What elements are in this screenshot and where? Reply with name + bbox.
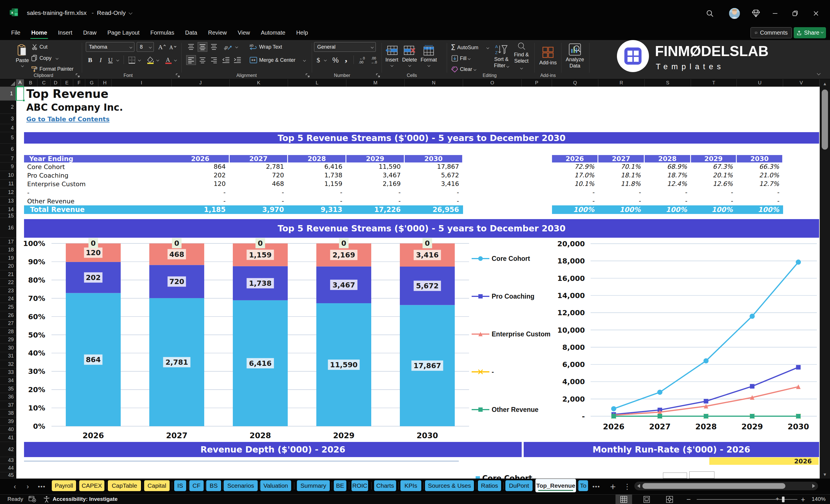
ribbon-tab-insert[interactable]: Insert (53, 25, 78, 40)
cut-button[interactable]: Cut (31, 44, 47, 50)
bold-button[interactable]: B (86, 56, 94, 65)
paste-button[interactable]: Paste (14, 42, 31, 69)
row-header-16[interactable]: 16 (0, 218, 16, 238)
ribbon-tab-draw[interactable]: Draw (78, 25, 102, 40)
row-header-21[interactable]: 21 (0, 270, 16, 279)
search-icon[interactable] (706, 9, 714, 18)
sheet-tab-charts[interactable]: Charts (374, 480, 396, 491)
row-header-18[interactable]: 18 (0, 246, 16, 254)
orientation-button[interactable]: ab (223, 42, 234, 52)
zoom-level[interactable]: 140% (812, 496, 826, 502)
underline-button[interactable]: U (107, 56, 114, 65)
column-header-B[interactable]: B (24, 79, 37, 87)
sheet-tab-scenarios[interactable]: Scenarios (224, 480, 258, 491)
currency-chevron-icon[interactable] (324, 59, 327, 62)
row-header-44[interactable]: 44 (0, 464, 16, 472)
sheet-tab-bs[interactable]: BS (206, 480, 221, 491)
column-headers[interactable]: ABCDEFGHIJKLMNOPQRSTUV (16, 79, 820, 87)
align-center-button[interactable] (198, 56, 207, 65)
row-header-15[interactable]: 15 (0, 214, 16, 218)
hscroll-left-icon[interactable] (637, 484, 640, 488)
add-ins-button[interactable]: Add-ins (539, 42, 557, 70)
row-headers[interactable]: 1234567910111213141516171819202122232425… (0, 87, 16, 478)
row-header-20[interactable]: 20 (0, 262, 16, 270)
sheet-tab-capital[interactable]: Capital (144, 480, 169, 491)
sheet-tab-kpis[interactable]: KPIs (401, 480, 421, 491)
sheet-nav-more-icon[interactable]: ••• (38, 483, 45, 490)
sheet-tab-payroll[interactable]: Payroll (52, 480, 76, 491)
font-color-chevron-icon[interactable] (174, 59, 177, 62)
sheet-tab-roic[interactable]: ROIC (352, 480, 368, 491)
borders-button[interactable] (128, 56, 136, 65)
row-header-23[interactable]: 23 (0, 287, 16, 295)
document-title[interactable]: sales-training-firm.xlsx - Read-Only (27, 9, 126, 16)
row-header-9[interactable]: 9 (0, 162, 16, 171)
runrate-year-cell[interactable]: 2026 (709, 458, 819, 465)
accessibility-icon[interactable] (43, 496, 50, 504)
top-align-button[interactable] (187, 42, 196, 52)
ribbon-tab-home[interactable]: Home (26, 25, 53, 40)
copy-button[interactable]: Copy (31, 55, 58, 62)
title-chevron-icon[interactable] (129, 11, 132, 14)
percent-format-button[interactable]: % (331, 56, 340, 65)
delete-cells-button[interactable]: Delete (402, 41, 418, 70)
new-sheet-button[interactable]: + (610, 481, 616, 492)
row-header-43[interactable]: 43 (0, 457, 16, 464)
row-header-4[interactable]: 4 (0, 124, 16, 132)
orientation-chevron-icon[interactable] (235, 45, 238, 48)
ribbon-tab-automate[interactable]: Automate (255, 25, 291, 40)
column-header-K[interactable]: K (230, 79, 288, 87)
alignment-dialog-launcher[interactable] (306, 73, 310, 78)
column-header-Q[interactable]: Q (552, 79, 598, 87)
sheet-tab-be[interactable]: BE (334, 480, 346, 491)
sheet-options-icon[interactable]: ⋮ (624, 482, 631, 491)
sheet-tab-top-revenue[interactable]: Top_Revenue (535, 479, 576, 492)
increase-indent-button[interactable] (232, 56, 243, 65)
sheet-tab-captable[interactable]: CapTable (108, 480, 141, 491)
decrease-decimal-button[interactable]: .00 →.0 (369, 56, 380, 65)
sheet-tab-valuation[interactable]: Valuation (260, 480, 291, 491)
column-header-G[interactable]: G (85, 79, 98, 87)
fill-color-button[interactable] (146, 56, 155, 65)
ribbon-tab-page-layout[interactable]: Page Layout (102, 25, 145, 40)
zoom-in-button[interactable]: + (801, 495, 805, 504)
column-header-O[interactable]: O (463, 79, 522, 87)
row-header-38[interactable]: 38 (0, 409, 16, 417)
fill-button[interactable]: Fill (451, 55, 470, 62)
comma-format-button[interactable]: , (343, 54, 350, 63)
middle-align-button[interactable] (198, 42, 207, 52)
column-header-C[interactable]: C (37, 79, 51, 87)
row-header-34[interactable]: 34 (0, 376, 16, 385)
column-header-I[interactable]: I (111, 79, 171, 87)
column-header-N[interactable]: N (405, 79, 463, 87)
ribbon-tab-review[interactable]: Review (202, 25, 232, 40)
row-header-42[interactable]: 42 (0, 442, 16, 457)
sheet-tab-capex[interactable]: CAPEX (79, 480, 104, 491)
row-header-35[interactable]: 35 (0, 385, 16, 393)
clipboard-dialog-launcher[interactable] (75, 73, 80, 78)
row-header-5[interactable]: 5 (0, 132, 16, 144)
sheet-nav-right-icon[interactable]: › (27, 482, 29, 491)
column-header-A[interactable]: A (16, 79, 24, 87)
find-select-button[interactable]: Find &Select (513, 42, 530, 70)
scroll-up-icon[interactable]: ▲ (820, 79, 830, 88)
comments-button[interactable]: Comments (751, 27, 792, 38)
format-cells-button[interactable]: Format (420, 41, 437, 70)
row-header-45[interactable]: 45 (0, 472, 16, 478)
close-icon[interactable] (812, 9, 820, 18)
row-header-32[interactable]: 32 (0, 360, 16, 369)
column-header-S[interactable]: S (645, 79, 691, 87)
column-header-F[interactable]: F (73, 79, 85, 87)
row-header-22[interactable]: 22 (0, 279, 16, 287)
column-header-M[interactable]: M (346, 79, 405, 87)
row-header-27[interactable]: 27 (0, 319, 16, 327)
macro-record-icon[interactable] (29, 496, 36, 504)
column-header-D[interactable]: D (51, 79, 61, 87)
increase-decimal-button[interactable]: ←0 .00 (356, 56, 367, 65)
gem-icon[interactable] (752, 9, 760, 18)
zoom-out-button[interactable]: − (687, 495, 691, 504)
row-header-26[interactable]: 26 (0, 311, 16, 319)
wrap-text-button[interactable]: ab Wrap Text (249, 43, 282, 51)
row-header-31[interactable]: 31 (0, 352, 16, 360)
horizontal-scroll-thumb[interactable] (642, 483, 786, 489)
